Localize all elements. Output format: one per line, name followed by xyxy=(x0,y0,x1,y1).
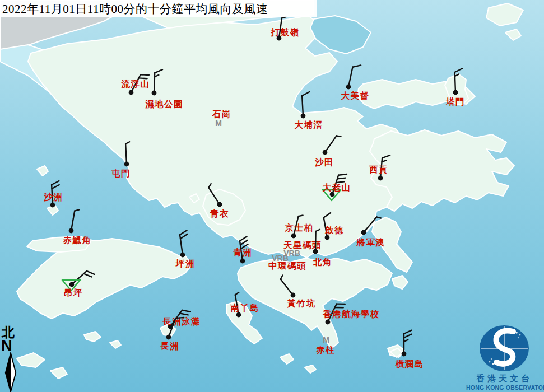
station-dot xyxy=(50,203,55,208)
station-label: 大美督 xyxy=(341,91,370,100)
map-title: 2022年11月01日11時00分的十分鐘平均風向及風速 xyxy=(0,1,268,17)
north-indicator: 北 N xyxy=(1,326,24,392)
station-label: 石崗 xyxy=(212,109,231,119)
station-label: 赤柱 xyxy=(315,345,335,354)
station-label: 青衣 xyxy=(210,209,229,218)
station-label: 赤鱲角 xyxy=(63,235,92,245)
station-dot xyxy=(330,192,335,197)
station-dot xyxy=(313,249,318,254)
station-dot xyxy=(378,176,383,181)
station-label: 啟德 xyxy=(324,225,344,235)
wind-map-screenshot: 打鼓嶺流浮山濕地公園石崗M大美督大埔滘塔門沙田西貢大老山屯門沙洲赤鱲角青衣坪洲青… xyxy=(0,0,544,392)
station-dot xyxy=(346,85,351,90)
station-label: 大埔滘 xyxy=(295,120,323,129)
title-bar: 2022年11月01日11時00分的十分鐘平均風向及風速 xyxy=(0,0,317,17)
station-label: 塔門 xyxy=(445,97,465,106)
hong-kong-map: 打鼓嶺流浮山濕地公園石崗M大美督大埔滘塔門沙田西貢大老山屯門沙洲赤鱲角青衣坪洲青… xyxy=(0,0,544,392)
station-label: 北角 xyxy=(313,257,332,267)
station-label: 屯門 xyxy=(111,169,131,178)
station-label: 流浮山 xyxy=(121,79,150,88)
station-dot xyxy=(325,235,330,240)
station-label: 大老山 xyxy=(323,183,351,192)
station-dot xyxy=(180,253,185,258)
station-label: 將軍澳 xyxy=(356,237,385,247)
station-dot xyxy=(240,259,245,264)
missing-data-mark: M xyxy=(215,119,222,128)
north-arrow-icon xyxy=(1,352,20,392)
station-label: 打鼓嶺 xyxy=(271,27,300,37)
station-dot xyxy=(301,114,306,119)
station-dot xyxy=(291,234,296,239)
hko-chinese-name: 香港天文台 xyxy=(466,374,542,384)
station-label: 沙田 xyxy=(315,157,334,167)
station-label: 青洲 xyxy=(233,248,252,257)
hko-english-name: HONG KONG OBSERVATORY xyxy=(466,384,542,391)
station-label: 沙洲 xyxy=(44,192,63,202)
missing-data-mark: M xyxy=(323,335,329,344)
wind-barb-feather xyxy=(175,318,184,318)
station-dot xyxy=(124,162,129,167)
station-dot xyxy=(69,282,75,287)
station-dot xyxy=(291,293,296,298)
north-letter-label: N xyxy=(1,339,24,352)
station-dot xyxy=(453,90,458,95)
wind-barb-feather xyxy=(141,74,149,75)
wind-barb-feather xyxy=(337,136,341,137)
station-dot xyxy=(152,91,157,96)
station-label: 坪洲 xyxy=(175,259,195,268)
station-dot xyxy=(129,90,134,95)
station-label: 京士柏 xyxy=(285,223,314,232)
station-label: 長洲 xyxy=(160,341,179,351)
station-dot xyxy=(402,352,407,357)
wind-barb-staff xyxy=(315,231,316,251)
station-dot xyxy=(69,228,74,234)
hko-typhoon-icon xyxy=(478,324,530,372)
station-label: 西貢 xyxy=(369,165,388,175)
station-dot xyxy=(361,230,366,235)
station-dot xyxy=(236,312,241,318)
station-label: 黃竹坑 xyxy=(287,298,316,308)
station-dot xyxy=(323,150,328,155)
station-label: 橫瀾島 xyxy=(395,359,424,368)
station-label: 香港航海學校 xyxy=(322,309,380,319)
station-label: 濕地公園 xyxy=(145,99,183,109)
station-dot xyxy=(166,335,171,340)
wind-barb-feather xyxy=(299,216,303,217)
hko-logo: 香港天文台 HONG KONG OBSERVATORY xyxy=(466,324,542,391)
station-label: 昂坪 xyxy=(64,288,83,297)
station-label: 南丫島 xyxy=(230,303,259,312)
station-dot xyxy=(326,320,331,325)
station-dot xyxy=(217,202,222,207)
wind-barb-staff xyxy=(154,73,155,93)
variable-wind-mark: VRB xyxy=(272,254,289,263)
